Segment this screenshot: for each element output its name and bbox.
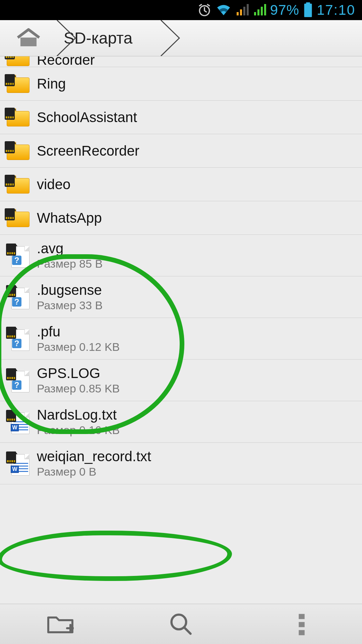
battery-percent: 97% xyxy=(270,2,299,18)
search-icon xyxy=(169,612,193,636)
list-item[interactable]: SchoolAssistant xyxy=(0,101,362,134)
wifi-icon xyxy=(216,3,231,17)
breadcrumb: SD-карта xyxy=(0,20,362,56)
folder-icon xyxy=(7,209,29,227)
item-name: Ring xyxy=(37,76,362,92)
list-item[interactable]: WhatsApp xyxy=(0,201,362,235)
svg-rect-6 xyxy=(299,630,305,635)
list-item[interactable]: ?GPS.LOGРазмер 0.85 KB xyxy=(0,360,362,401)
unknown-file-icon: ? xyxy=(7,327,29,351)
item-name: ScreenRecorder xyxy=(37,143,362,159)
list-item[interactable]: video xyxy=(0,168,362,201)
overflow-menu-button[interactable] xyxy=(241,604,362,644)
svg-rect-1 xyxy=(304,4,312,17)
list-item[interactable]: ?.bugsenseРазмер 33 B xyxy=(0,276,362,318)
breadcrumb-chevron-icon xyxy=(0,20,362,56)
text-file-icon: W xyxy=(7,410,29,434)
folder-icon xyxy=(7,175,29,194)
item-name: SchoolAssistant xyxy=(37,109,362,125)
signal-sim1-icon xyxy=(235,3,249,17)
item-name: .avg xyxy=(37,240,362,257)
folder-icon xyxy=(7,108,29,126)
unknown-file-icon: ? xyxy=(7,285,29,309)
folder-icon xyxy=(7,75,29,93)
item-size: Размер 0.12 KB xyxy=(37,340,362,354)
item-name: .bugsense xyxy=(37,282,362,298)
list-item[interactable]: Ring xyxy=(0,67,362,101)
item-size: Размер 0.16 KB xyxy=(37,424,362,437)
item-name: video xyxy=(37,176,362,193)
android-status-bar: 97% 17:10 xyxy=(0,0,362,20)
item-name: WhatsApp xyxy=(37,210,362,226)
item-name: NardsLog.txt xyxy=(37,407,362,423)
unknown-file-icon: ? xyxy=(7,368,29,392)
list-item[interactable]: ScreenRecorder xyxy=(0,134,362,168)
item-name: weiqian_record.txt xyxy=(37,448,362,465)
folder-icon xyxy=(7,56,29,66)
item-name: GPS.LOG xyxy=(37,365,362,381)
new-folder-icon xyxy=(47,613,74,635)
bottom-toolbar xyxy=(0,604,362,644)
item-size: Размер 33 B xyxy=(37,299,362,312)
folder-icon xyxy=(7,142,29,160)
list-item[interactable]: WNardsLog.txtРазмер 0.16 KB xyxy=(0,401,362,443)
item-name: Recorder xyxy=(37,56,362,68)
list-item[interactable]: ?.avgРазмер 85 B xyxy=(0,235,362,276)
battery-icon xyxy=(303,2,313,18)
list-item[interactable]: ?.pfuРазмер 0.12 KB xyxy=(0,318,362,360)
file-list[interactable]: RecorderRingSchoolAssistantScreenRecorde… xyxy=(0,56,362,604)
item-size: Размер 0 B xyxy=(37,465,362,478)
search-button[interactable] xyxy=(121,604,241,644)
overflow-menu-icon xyxy=(299,612,305,636)
alarm-icon xyxy=(197,3,212,17)
status-clock: 17:10 xyxy=(317,2,355,18)
unknown-file-icon: ? xyxy=(7,244,29,268)
item-size: Размер 85 B xyxy=(37,257,362,270)
list-item[interactable]: Recorder xyxy=(0,56,362,67)
svg-rect-2 xyxy=(306,2,310,4)
svg-rect-5 xyxy=(299,622,305,627)
new-folder-button[interactable] xyxy=(0,604,121,644)
list-item[interactable]: Wweiqian_record.txtРазмер 0 B xyxy=(0,443,362,484)
item-name: .pfu xyxy=(37,324,362,340)
svg-rect-4 xyxy=(299,614,305,619)
signal-sim2-icon xyxy=(253,3,266,17)
text-file-icon: W xyxy=(7,451,29,476)
item-size: Размер 0.85 KB xyxy=(37,382,362,395)
